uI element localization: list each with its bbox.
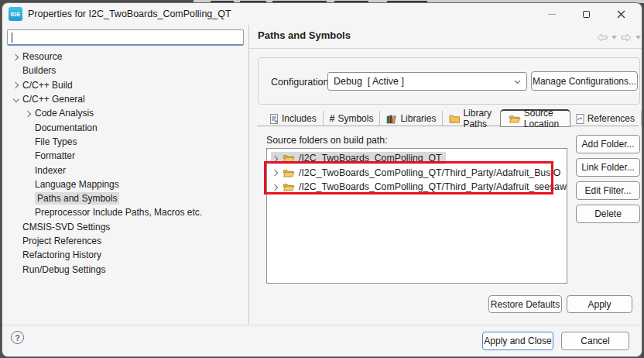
minimize-icon: [548, 14, 556, 15]
maximize-button[interactable]: [569, 3, 604, 25]
chevron-spacer: [25, 195, 32, 202]
tab-source-location[interactable]: Source Location: [500, 109, 570, 127]
properties-dialog: IDE Properties for I2C_TwoBoards_ComPoll…: [2, 2, 642, 357]
symbols-hash-icon: #: [330, 113, 335, 124]
page-title: Paths and Symbols: [258, 29, 351, 41]
includes-icon: [269, 114, 279, 124]
chevron-spacer: [12, 238, 19, 245]
source-folder-path: /I2C_TwoBoards_ComPolling_QT: [299, 153, 442, 164]
chevron-down-icon[interactable]: [12, 96, 19, 103]
maximize-icon: [583, 11, 590, 18]
close-icon: [617, 10, 625, 19]
chevron-spacer: [25, 209, 32, 216]
forward-dropdown-icon[interactable]: [635, 36, 641, 40]
forward-arrow-icon[interactable]: [621, 33, 632, 42]
chevron-right-icon[interactable]: [272, 155, 279, 162]
chevron-down-icon: [514, 80, 521, 84]
sidebar-item-cpp-build[interactable]: C/C++ Build: [2, 78, 248, 92]
ide-app-icon: IDE: [9, 7, 22, 21]
properties-tree: Resource Builders C/C++ Build C/C++ Gene…: [2, 50, 248, 277]
close-button[interactable]: [604, 3, 639, 25]
tab-symbols[interactable]: # Symbols: [324, 111, 381, 126]
open-folder-icon: [283, 182, 295, 191]
sidebar-item-documentation[interactable]: Documentation: [2, 120, 248, 134]
source-folder-row[interactable]: /I2C_TwoBoards_ComPolling_QT/Third_Party…: [267, 180, 567, 194]
sidebar-item-code-analysis[interactable]: Code Analysis: [2, 106, 248, 120]
sidebar-item-formatter[interactable]: Formatter: [2, 149, 248, 163]
tab-libraries[interactable]: Libraries: [380, 111, 443, 126]
restore-defaults-button[interactable]: Restore Defaults: [488, 295, 562, 313]
chevron-right-icon[interactable]: [272, 184, 279, 191]
source-folder-row[interactable]: /I2C_TwoBoards_ComPolling_QT/Third_Party…: [267, 166, 567, 181]
tab-library-paths[interactable]: Library Paths: [443, 111, 500, 126]
sidebar-item-language-mappings[interactable]: Language Mappings: [2, 177, 248, 191]
source-folders-list[interactable]: /I2C_TwoBoards_ComPolling_QT /I2C_TwoBoa…: [266, 148, 567, 284]
sidebar-item-file-types[interactable]: File Types: [2, 135, 248, 149]
chevron-spacer: [12, 223, 19, 230]
header-separator: [249, 48, 642, 49]
add-folder-button[interactable]: Add Folder...: [576, 135, 640, 153]
help-icon[interactable]: ?: [11, 331, 24, 344]
configuration-select[interactable]: Debug [ Active ]: [327, 72, 527, 91]
back-dropdown-icon[interactable]: [611, 36, 617, 40]
chevron-spacer: [25, 138, 32, 145]
sidebar-item-builders[interactable]: Builders: [2, 64, 248, 77]
tab-references[interactable]: References: [570, 111, 642, 126]
sidebar-item-cpp-general[interactable]: C/C++ General: [2, 92, 248, 106]
chevron-right-icon[interactable]: [12, 81, 19, 88]
open-folder-icon: [283, 168, 295, 177]
references-icon: [576, 114, 584, 124]
delete-button[interactable]: Delete: [576, 205, 640, 223]
source-location-folder-icon: [509, 114, 521, 123]
filter-input[interactable]: [7, 29, 244, 46]
configuration-value: Debug [ Active ]: [334, 76, 404, 87]
chevron-right-icon[interactable]: [12, 53, 19, 60]
library-paths-folder-icon: [449, 114, 460, 123]
manage-configurations-button[interactable]: Manage Configurations...: [531, 71, 638, 91]
chevron-spacer: [25, 153, 32, 160]
sidebar-item-indexer[interactable]: Indexer: [2, 163, 248, 177]
apply-and-close-button[interactable]: Apply and Close: [482, 332, 553, 350]
text-cursor: [12, 33, 12, 43]
sidebar-item-preprocessor-include-paths[interactable]: Preprocessor Include Paths, Macros etc.: [2, 205, 248, 219]
configuration-label: Configuration:: [271, 58, 331, 105]
tab-includes[interactable]: Includes: [263, 111, 324, 126]
chevron-spacer: [25, 124, 32, 131]
apply-button[interactable]: Apply: [567, 295, 632, 313]
sidebar-item-resource[interactable]: Resource: [2, 50, 248, 64]
chevron-right-icon[interactable]: [25, 110, 32, 117]
libraries-icon: [386, 114, 397, 124]
link-folder-button[interactable]: Link Folder...: [576, 158, 640, 177]
sidebar-item-paths-and-symbols[interactable]: Paths and Symbols: [2, 191, 248, 205]
sidebar-item-run-debug-settings[interactable]: Run/Debug Settings: [2, 262, 248, 276]
sidebar-item-refactoring-history[interactable]: Refactoring History: [2, 248, 248, 262]
chevron-spacer: [25, 181, 32, 188]
chevron-spacer: [12, 252, 19, 259]
chevron-spacer: [25, 167, 32, 174]
tab-bar: Includes # Symbols Libraries Library Pat…: [263, 108, 642, 126]
chevron-spacer: [12, 266, 19, 273]
window-title: Properties for I2C_TwoBoards_ComPolling_…: [28, 9, 231, 19]
footer-separator: [2, 325, 642, 325]
source-folder-row[interactable]: /I2C_TwoBoards_ComPolling_QT: [267, 151, 567, 166]
sidebar-item-cmsis-svd-settings[interactable]: CMSIS-SVD Settings: [2, 220, 248, 234]
open-folder-icon: [283, 153, 295, 163]
chevron-spacer: [12, 67, 19, 74]
source-folders-label: Source folders on build path:: [266, 135, 388, 146]
minimize-button[interactable]: [534, 3, 569, 25]
cancel-button[interactable]: Cancel: [561, 332, 629, 350]
back-arrow-icon[interactable]: [597, 33, 608, 42]
chevron-right-icon[interactable]: [272, 169, 279, 176]
sidebar-item-project-references[interactable]: Project References: [2, 234, 248, 248]
pane-divider[interactable]: [248, 25, 249, 325]
title-bar: IDE Properties for I2C_TwoBoards_ComPoll…: [2, 3, 642, 25]
edit-filter-button[interactable]: Edit Filter...: [576, 181, 640, 200]
configuration-group: Configuration: Debug [ Active ] Manage C…: [258, 57, 640, 105]
source-folder-path: /I2C_TwoBoards_ComPolling_QT/Third_Party…: [299, 167, 560, 178]
source-folder-path: /I2C_TwoBoards_ComPolling_QT/Third_Party…: [299, 181, 567, 192]
